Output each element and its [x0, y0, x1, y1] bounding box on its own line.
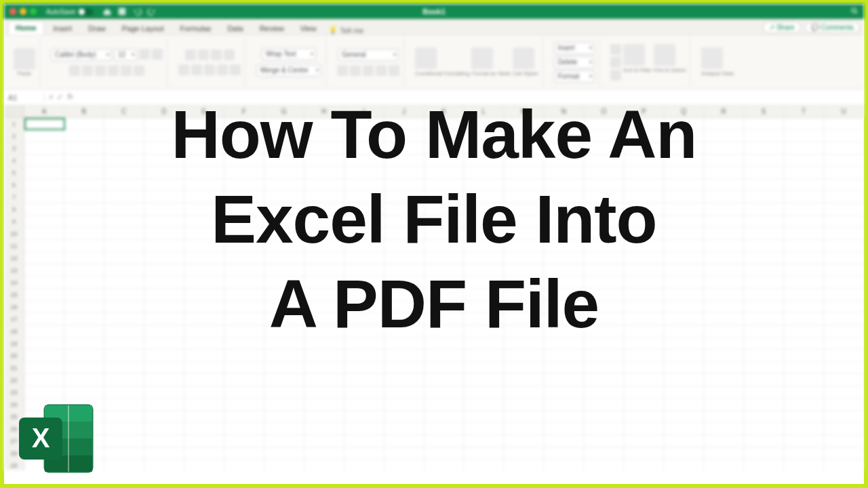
cell[interactable] — [384, 130, 425, 142]
cell[interactable] — [624, 155, 664, 166]
cell[interactable] — [664, 374, 704, 386]
font-name-select[interactable]: Calibri (Body) — [51, 49, 112, 61]
cell[interactable] — [144, 191, 184, 203]
cell[interactable] — [544, 277, 584, 288]
cell[interactable] — [304, 142, 344, 154]
cell[interactable] — [144, 228, 184, 239]
cell[interactable] — [504, 191, 544, 203]
cell[interactable] — [144, 362, 184, 373]
cell[interactable] — [704, 301, 744, 312]
cell[interactable] — [344, 228, 384, 239]
cell[interactable] — [264, 447, 304, 459]
cell[interactable] — [784, 447, 824, 459]
col-header[interactable]: C — [104, 106, 144, 117]
cell[interactable] — [584, 216, 624, 227]
cell[interactable] — [104, 460, 144, 470]
cell[interactable] — [584, 447, 624, 459]
cell[interactable] — [425, 313, 465, 325]
cell[interactable] — [704, 338, 744, 349]
cell[interactable] — [824, 289, 864, 300]
row-header[interactable]: 21 — [4, 362, 24, 373]
cell[interactable] — [24, 301, 64, 312]
cell[interactable] — [264, 386, 304, 398]
cell[interactable] — [384, 240, 425, 251]
cell[interactable] — [704, 216, 744, 227]
cell[interactable] — [784, 228, 824, 239]
cell[interactable] — [584, 240, 624, 251]
cell[interactable] — [784, 264, 824, 276]
cell[interactable] — [24, 155, 64, 166]
cell[interactable] — [544, 167, 584, 178]
cell[interactable] — [624, 338, 664, 349]
cell[interactable] — [624, 289, 664, 300]
cell[interactable] — [304, 118, 344, 129]
row-header[interactable]: 24 — [4, 399, 24, 410]
delete-button[interactable]: Delete — [554, 56, 595, 68]
col-header[interactable]: T — [784, 106, 824, 117]
minimize-icon[interactable] — [20, 8, 26, 15]
cell[interactable] — [425, 338, 465, 349]
cell[interactable] — [264, 460, 304, 470]
cell[interactable] — [344, 350, 384, 361]
cell[interactable] — [584, 313, 624, 325]
cell[interactable] — [104, 252, 144, 264]
cell[interactable] — [504, 216, 544, 227]
cell[interactable] — [344, 130, 384, 142]
cell[interactable] — [544, 191, 584, 203]
cell[interactable] — [504, 374, 544, 386]
cell[interactable] — [104, 386, 144, 398]
cell[interactable] — [425, 435, 465, 447]
cell[interactable] — [24, 277, 64, 288]
percent-icon[interactable] — [350, 65, 361, 76]
cell[interactable] — [784, 411, 824, 422]
cell[interactable] — [64, 447, 104, 459]
cell[interactable] — [64, 313, 104, 325]
cell[interactable] — [464, 289, 504, 300]
cell[interactable] — [304, 264, 344, 276]
find-select-button[interactable]: Find & Select — [654, 44, 686, 81]
cell[interactable] — [224, 313, 264, 325]
cell[interactable] — [824, 167, 864, 178]
fill-color-icon[interactable] — [121, 65, 132, 76]
cell[interactable] — [264, 179, 304, 190]
cell[interactable] — [544, 252, 584, 264]
cell[interactable] — [64, 386, 104, 398]
cell[interactable] — [504, 338, 544, 349]
cell[interactable] — [24, 460, 64, 470]
cell[interactable] — [264, 325, 304, 337]
cell[interactable] — [224, 191, 264, 203]
cell[interactable] — [704, 203, 744, 215]
cell[interactable] — [344, 191, 384, 203]
cell[interactable] — [344, 203, 384, 215]
align-top-icon[interactable] — [185, 49, 196, 60]
cell[interactable] — [144, 435, 184, 447]
cell[interactable] — [64, 191, 104, 203]
cell[interactable] — [824, 228, 864, 239]
cell[interactable] — [544, 325, 584, 337]
cell[interactable] — [264, 350, 304, 361]
cell[interactable] — [504, 228, 544, 239]
cell[interactable] — [544, 203, 584, 215]
cell[interactable] — [664, 155, 704, 166]
cell[interactable] — [464, 203, 504, 215]
cell[interactable] — [704, 362, 744, 373]
cell[interactable] — [425, 130, 465, 142]
clear-icon[interactable] — [610, 70, 621, 81]
tab-page-layout[interactable]: Page Layout — [115, 22, 171, 35]
cell[interactable] — [824, 374, 864, 386]
cell[interactable] — [744, 374, 784, 386]
cell[interactable] — [464, 435, 504, 447]
cell[interactable] — [384, 167, 425, 178]
cell[interactable] — [104, 301, 144, 312]
cell[interactable] — [624, 435, 664, 447]
row-header[interactable]: 28 — [4, 447, 24, 459]
cell[interactable] — [264, 362, 304, 373]
cell[interactable] — [384, 277, 425, 288]
col-header[interactable]: L — [464, 106, 504, 117]
cell[interactable] — [584, 301, 624, 312]
cell[interactable] — [704, 374, 744, 386]
row-header[interactable]: 1 — [4, 118, 24, 129]
cell[interactable] — [464, 411, 504, 422]
cell[interactable] — [184, 203, 224, 215]
cell[interactable] — [144, 240, 184, 251]
